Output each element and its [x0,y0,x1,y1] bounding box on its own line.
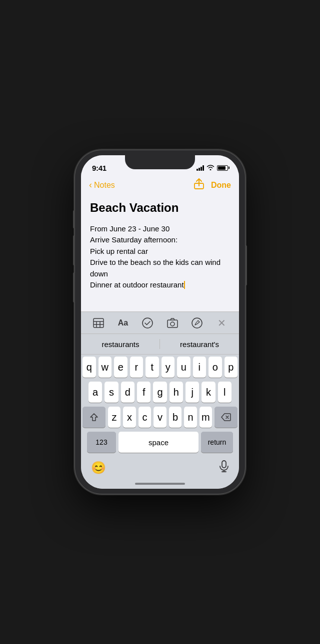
autocorrect-bar: restaurants restaurant's [81,334,239,355]
key-f[interactable]: f [137,382,150,403]
svg-rect-1 [94,318,104,328]
return-key[interactable]: return [201,432,233,453]
key-i[interactable]: i [193,357,206,378]
home-indicator [81,480,239,489]
key-l[interactable]: l [218,382,232,403]
key-e[interactable]: e [114,357,128,378]
share-button[interactable] [194,178,204,192]
key-b[interactable]: b [169,407,182,428]
status-time: 9:41 [92,164,106,172]
keyboard-toolbar: Aa ✕ [81,311,239,334]
key-p[interactable]: p [224,357,238,378]
svg-point-8 [170,322,174,326]
note-body[interactable]: From June 23 - June 30 Arrive Saturday a… [90,223,230,291]
key-j[interactable]: j [186,382,199,403]
autocorrect-item-2[interactable]: restaurant's [160,336,239,353]
key-w[interactable]: w [98,357,112,378]
key-d[interactable]: d [121,382,134,403]
phone-frame: 9:41 ‹ Not [75,150,245,494]
home-bar [135,483,185,485]
phone-screen: 9:41 ‹ Not [81,155,239,489]
mic-button[interactable] [219,460,229,475]
close-keyboard-button[interactable]: ✕ [212,314,230,332]
bottom-bar: 😊 [81,458,239,480]
key-o[interactable]: o [208,357,222,378]
delete-key[interactable] [214,407,238,428]
key-g[interactable]: g [153,382,166,403]
key-t[interactable]: t [146,357,159,378]
key-x[interactable]: x [123,407,136,428]
key-row-1: q w e r t y u i o p [82,357,238,378]
key-z[interactable]: z [108,407,120,428]
text-cursor [184,281,185,289]
sketch-icon[interactable] [188,314,206,332]
key-q[interactable]: q [82,357,96,378]
key-c[interactable]: c [138,407,151,428]
back-label: Notes [94,181,115,190]
key-u[interactable]: u [177,357,190,378]
back-button[interactable]: ‹ Notes [89,180,115,190]
key-y[interactable]: y [162,357,175,378]
volume-up-button[interactable] [73,235,75,265]
svg-point-6 [142,318,152,328]
key-h[interactable]: h [170,382,183,403]
space-key[interactable]: space [118,432,198,453]
key-row-2: a s d f g h j k l [82,382,238,403]
emoji-button[interactable]: 😊 [91,461,106,475]
camera-icon[interactable] [164,314,182,332]
wifi-icon [206,164,214,172]
chevron-left-icon: ‹ [89,180,92,190]
key-s[interactable]: s [104,382,118,403]
svg-rect-10 [222,461,226,468]
key-v[interactable]: v [154,407,166,428]
done-button[interactable]: Done [211,181,231,190]
note-content[interactable]: Beach Vacation From June 23 - June 30 Ar… [81,196,239,311]
table-icon[interactable] [90,314,108,332]
key-a[interactable]: a [88,382,102,403]
keyboard: q w e r t y u i o p a s d f g h j k [81,355,239,458]
nav-actions: Done [194,178,231,192]
volume-down-button[interactable] [73,272,75,302]
key-k[interactable]: k [202,382,215,403]
key-r[interactable]: r [130,357,144,378]
note-title: Beach Vacation [90,201,230,215]
autocorrect-item-1[interactable]: restaurants [81,336,160,353]
status-icons [196,164,228,172]
battery-icon [217,165,228,171]
key-n[interactable]: n [184,407,196,428]
power-button[interactable] [245,245,247,285]
svg-point-9 [192,318,202,328]
checklist-icon[interactable] [138,314,156,332]
nav-bar: ‹ Notes Done [81,176,239,196]
notch [125,155,195,169]
key-m[interactable]: m [200,407,212,428]
shift-key[interactable] [82,407,106,428]
key-row-4: 123 space return [82,432,238,453]
signal-icon [196,165,204,171]
numbers-key[interactable]: 123 [87,432,116,453]
format-icon[interactable]: Aa [114,314,132,332]
key-row-3: z x c v b n m [82,407,238,428]
